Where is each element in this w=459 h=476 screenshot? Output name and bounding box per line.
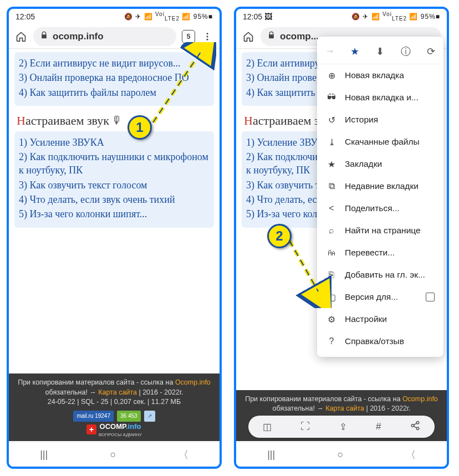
svg-point-2 [207, 38, 208, 40]
svg-point-6 [411, 424, 414, 427]
sitemap-link[interactable]: Карта сайта [98, 388, 137, 396]
link-block-2: 1) Усиление ЗВУКА 2) Как подключить науш… [14, 131, 214, 228]
home-icon[interactable] [242, 30, 255, 43]
menu-item-5[interactable]: ⧉Недавние вкладки [317, 175, 443, 197]
menu-item-icon: 🗛 [326, 248, 337, 258]
android-nav-bar: ||| ○ 〈 [236, 442, 447, 467]
info-icon[interactable]: ⓘ [400, 45, 412, 58]
pill-tag-icon[interactable]: # [376, 421, 381, 432]
back-button[interactable]: 〈 [178, 448, 188, 462]
menu-item-label: Недавние вкладки [345, 181, 419, 191]
reload-icon[interactable]: ⟳ [425, 45, 437, 58]
list-item[interactable]: 2) Если антивирус не видит вирусов... [19, 57, 210, 70]
menu-item-12[interactable]: ?Справка/отзыв [317, 330, 443, 352]
menu-item-1[interactable]: 🕶Новая вкладка и... [317, 86, 443, 109]
menu-item-8[interactable]: 🗛Перевести... [317, 242, 443, 264]
menu-item-9[interactable]: ⎘Добавить на гл. эк... [317, 264, 443, 286]
menu-item-label: Поделиться... [345, 203, 400, 213]
screenshot-right: 12:05 🖼 🔕 ✈ 📶 VoiLTE2 📶 95%■ ocomp... 2)… [234, 7, 449, 469]
home-button[interactable]: ○ [110, 449, 116, 460]
mail-badge: mail.ru 19247 [73, 411, 114, 422]
menu-item-icon: ▢ [326, 292, 337, 303]
status-bar: 12:05 🖼 🔕 ✈ 📶 VoiLTE2 📶 95%■ [236, 9, 447, 24]
menu-item-icon: ⤓ [326, 137, 337, 147]
menu-item-label: История [345, 115, 378, 125]
menu-top-row: → ★ ⬇ ⓘ ⟳ [317, 39, 443, 64]
status-time: 12:05 [16, 12, 35, 21]
svg-line-8 [414, 423, 416, 424]
menu-item-icon: < [326, 203, 337, 213]
menu-item-icon: ⚙ [326, 314, 337, 325]
menu-item-label: Новая вкладка [345, 70, 404, 80]
address-bar: ocomp.info 5 [9, 24, 220, 49]
menu-item-2[interactable]: ↺История [317, 109, 443, 131]
checkbox-icon[interactable] [426, 293, 435, 301]
menu-item-4[interactable]: ★Закладки [317, 153, 443, 175]
svg-point-0 [207, 33, 208, 34]
list-item[interactable]: 1) Усиление ЗВУКА [19, 136, 210, 149]
svg-point-5 [416, 421, 419, 424]
back-button[interactable]: 〈 [406, 448, 416, 462]
menu-item-0[interactable]: ⊕Новая вкладка [317, 64, 443, 86]
menu-item-icon: ⊕ [326, 70, 337, 81]
screenshot-left: 12:05 🔕 ✈ 📶 VoiLTE2 📶 95%■ ocomp.info 5 … [7, 7, 222, 469]
pill-scan-icon[interactable]: ⛶ [300, 421, 310, 432]
menu-item-3[interactable]: ⤓Скачанные файлы [317, 131, 443, 153]
footer-stats: 24-05-22 | SQL - 25 | 0,207 сек. | 11.27… [12, 397, 216, 407]
recents-button[interactable]: ||| [267, 449, 275, 460]
menu-item-label: Версия для... [345, 292, 398, 302]
tabs-button[interactable]: 5 [182, 30, 195, 43]
menu-item-10[interactable]: ▢Версия для... [317, 286, 443, 308]
url-box[interactable]: ocomp.info [33, 27, 176, 46]
home-icon[interactable] [14, 30, 28, 43]
chrome-overflow-menu: → ★ ⬇ ⓘ ⟳ ⊕Новая вкладка🕶Новая вкладка и… [317, 37, 443, 357]
menu-item-label: Добавить на гл. эк... [345, 270, 425, 280]
recents-button[interactable]: ||| [40, 449, 48, 460]
pill-send-icon[interactable]: ⇪ [339, 421, 347, 433]
svg-point-7 [416, 427, 419, 430]
status-bar: 12:05 🔕 ✈ 📶 VoiLTE2 📶 95%■ [9, 9, 220, 24]
page-content: 2) Если антивирус не видит вирусов... 3)… [9, 49, 220, 376]
svg-point-1 [207, 35, 208, 37]
sitemap-link[interactable]: Карта сайта [325, 405, 364, 412]
menu-item-icon: ⧉ [326, 181, 337, 191]
menu-item-icon: ★ [326, 159, 337, 170]
menu-button[interactable] [201, 30, 214, 43]
lock-icon [267, 31, 276, 42]
android-nav-bar: ||| ○ 〈 [9, 442, 220, 467]
menu-item-icon: ? [326, 336, 337, 346]
menu-item-label: Настройки [345, 314, 387, 324]
counter-badge: 36 453 [117, 411, 141, 422]
home-button[interactable]: ○ [338, 449, 344, 460]
menu-item-label: Скачанные файлы [345, 137, 420, 147]
download-icon[interactable]: ⬇ [374, 45, 386, 58]
footer-link[interactable]: Ocomp.info [175, 378, 211, 386]
list-item[interactable]: 4) Как защитить файлы паролем [19, 86, 210, 99]
menu-item-label: Новая вкладка и... [345, 93, 419, 103]
pill-share-icon[interactable] [410, 421, 420, 433]
list-item[interactable]: 2) Как подключить наушники с микрофоном … [19, 150, 210, 177]
list-item[interactable]: 3) Как озвучить текст голосом [19, 178, 210, 192]
bookmark-star-icon[interactable]: ★ [349, 45, 361, 58]
list-item[interactable]: 5) Из-за чего колонки шипят... [19, 207, 210, 221]
list-item[interactable]: 4) Что делать, если звук очень тихий [19, 193, 210, 206]
page-footer: При копировании материалов сайта - ссылк… [9, 373, 220, 441]
menu-item-icon: ↺ [326, 115, 337, 125]
pill-capture-icon[interactable]: ◫ [263, 421, 272, 433]
footer-link[interactable]: Ocomp.info [402, 395, 438, 403]
android-share-bar: ◫ ⛶ ⇪ # [248, 416, 435, 438]
menu-item-icon: 🕶 [326, 93, 337, 103]
status-icons: 🔕 ✈ 📶 VoiLTE2 📶 95%■ [124, 11, 213, 22]
list-item[interactable]: 3) Онлайн проверка на вредоносное ПО [19, 71, 210, 84]
menu-item-11[interactable]: ⚙Настройки [317, 308, 443, 330]
menu-item-icon: ⌕ [326, 226, 337, 236]
status-time: 12:05 🖼 [243, 12, 272, 21]
menu-item-7[interactable]: ⌕Найти на странице [317, 219, 443, 242]
link-block-1: 2) Если антивирус не видит вирусов... 3)… [14, 52, 214, 106]
menu-item-6[interactable]: <Поделиться... [317, 197, 443, 219]
liveinternet-badge: ↗ [144, 411, 155, 422]
url-text: ocomp... [280, 31, 319, 42]
menu-item-icon: ⎘ [326, 270, 337, 280]
menu-item-label: Найти на странице [345, 226, 421, 236]
forward-icon[interactable]: → [324, 45, 336, 58]
